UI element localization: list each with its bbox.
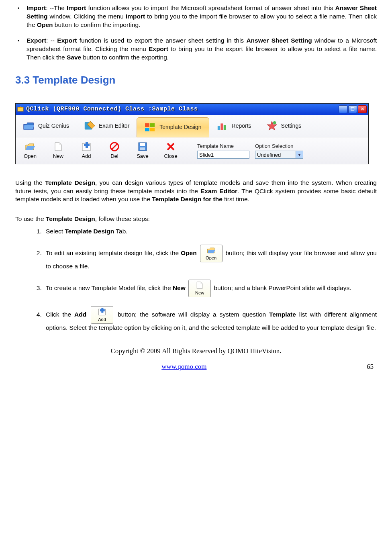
template-name-input[interactable]: [197, 151, 249, 159]
svg-rect-12: [84, 144, 90, 146]
option-selection-field: Option Selection Undefined ▼: [255, 143, 303, 159]
minimize-button[interactable]: _: [339, 105, 347, 113]
chart-icon: [216, 120, 229, 131]
inline-open-button[interactable]: Open: [200, 245, 223, 262]
page-number: 65: [367, 362, 374, 372]
tab-label: Reports: [232, 122, 251, 130]
windows-flag-icon: [144, 122, 156, 133]
inline-add-button[interactable]: Add: [91, 306, 113, 324]
step-4: Click the Add Add button; the software w…: [43, 306, 377, 332]
open-folder-icon: [25, 141, 35, 152]
svg-line-14: [112, 144, 117, 149]
svg-rect-6: [217, 126, 220, 130]
qclick-window: QClick (QRF900 Connected) Class :Sample …: [15, 103, 369, 164]
btn-label: New: [53, 153, 63, 160]
save-floppy-icon: [137, 141, 148, 152]
bullet-import: Import: --The Import function allows you…: [27, 4, 377, 29]
window-title: QClick (QRF900 Connected) Class :Sample …: [26, 105, 198, 113]
new-doc-icon: [53, 141, 63, 152]
new-button[interactable]: New: [45, 139, 71, 162]
svg-rect-16: [140, 143, 145, 146]
del-button[interactable]: Del: [102, 139, 127, 162]
svg-rect-3: [150, 123, 155, 127]
footer-link[interactable]: www.qomo.com: [161, 363, 206, 370]
footer-copyright: Copyright © 2009 All Rights Reserved by …: [15, 347, 377, 356]
window-controls: _ ☐ ✕: [339, 105, 367, 113]
svg-rect-5: [150, 128, 155, 131]
app-icon: [17, 106, 24, 112]
tab-reports[interactable]: Reports: [209, 115, 259, 137]
intro-bullets: Import: --The Import function allows you…: [15, 4, 377, 62]
add-plus-icon: [81, 141, 92, 152]
footer-line: www.qomo.com 65: [15, 362, 377, 372]
btn-label: Save: [137, 153, 149, 160]
tab-label: Template Design: [159, 123, 201, 131]
inline-btn-label: New: [195, 290, 204, 296]
section-heading: 3.3 Template Design: [15, 73, 377, 87]
option-selection-value: Undefined: [257, 151, 281, 159]
save-button[interactable]: Save: [130, 139, 155, 162]
svg-rect-2: [145, 123, 149, 127]
inline-btn-label: Open: [206, 255, 216, 261]
chevron-down-icon: ▼: [296, 151, 303, 158]
step-3: To create a new Template Model file, cli…: [43, 280, 377, 297]
maximize-button[interactable]: ☐: [348, 105, 357, 113]
svg-rect-7: [220, 124, 223, 130]
new-doc-icon: [195, 281, 204, 290]
titlebar: QClick (QRF900 Connected) Class :Sample …: [16, 104, 368, 115]
template-name-field: Template Name: [197, 143, 249, 159]
svg-point-9: [273, 121, 276, 125]
close-x-icon: [165, 141, 176, 152]
folder-icon: [23, 120, 35, 131]
close-button[interactable]: ✕: [358, 105, 367, 113]
bullet-export: Export: -- Export function is used to ex…: [27, 37, 377, 62]
option-selection-label: Option Selection: [255, 143, 303, 150]
btn-label: Del: [110, 153, 118, 160]
tab-label: Quiz Genius: [38, 122, 69, 130]
tab-exam-editor[interactable]: Exam Editor: [76, 115, 137, 137]
btn-label: Close: [164, 153, 177, 160]
open-button[interactable]: Open: [17, 139, 43, 162]
steps-list: Select Template Design Tab. To edit an e…: [15, 227, 377, 332]
delete-forbid-icon: [109, 141, 120, 152]
add-button[interactable]: Add: [74, 139, 99, 162]
svg-rect-4: [145, 128, 149, 131]
instruction-lead: To use the Template Design, follow these…: [15, 215, 377, 223]
toolbar: Open New Add Del Save Close Template Nam…: [16, 137, 368, 164]
svg-rect-8: [223, 125, 226, 130]
tab-label: Exam Editor: [99, 122, 129, 130]
tab-quiz-genius[interactable]: Quiz Genius: [16, 115, 76, 137]
step-1: Select Template Design Tab.: [43, 227, 377, 236]
btn-label: Open: [24, 153, 37, 160]
step-2: To edit an existing template design file…: [43, 245, 377, 271]
add-plus-icon: [98, 307, 106, 316]
inline-btn-label: Add: [98, 317, 106, 323]
template-name-label: Template Name: [197, 143, 249, 150]
inline-new-button[interactable]: New: [188, 280, 211, 297]
option-selection-dropdown[interactable]: Undefined ▼: [255, 151, 303, 159]
svg-rect-17: [140, 147, 145, 150]
close-button-tb[interactable]: Close: [158, 139, 184, 162]
open-folder-icon: [207, 246, 216, 255]
svg-rect-22: [100, 309, 105, 311]
tab-label: Settings: [281, 122, 302, 130]
intro-paragraph: Using the Template Design, you can desig…: [15, 179, 377, 204]
btn-label: Add: [82, 153, 91, 160]
pencil-icon: [84, 120, 96, 131]
main-tabs: Quiz Genius Exam Editor Template Design …: [16, 115, 368, 137]
star-icon: [266, 120, 278, 131]
tab-template-design[interactable]: Template Design: [137, 117, 209, 137]
tab-settings[interactable]: Settings: [259, 115, 309, 137]
